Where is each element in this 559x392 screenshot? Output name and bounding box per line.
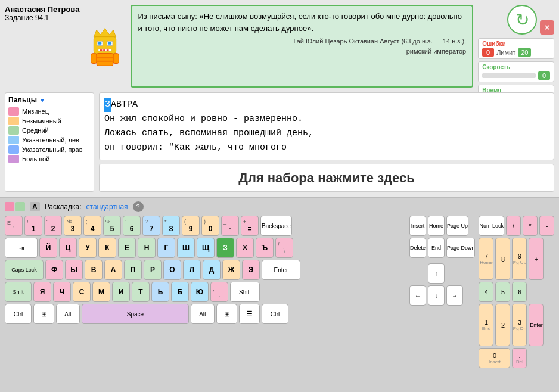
key-0[interactable]: )0 xyxy=(201,216,219,236)
finger-item-thumb: Большой xyxy=(8,154,91,164)
key-5[interactable]: %5 xyxy=(103,216,121,236)
key-ж[interactable]: Ж xyxy=(222,260,240,280)
svg-rect-4 xyxy=(98,42,102,45)
finger-item-index-left: Указательный, лев xyxy=(8,135,91,145)
key-п[interactable]: П xyxy=(124,260,142,280)
key-num5[interactable]: 5 xyxy=(495,282,510,302)
key-minus[interactable]: _- xyxy=(221,216,239,236)
key-alt-right[interactable]: Alt xyxy=(191,304,215,324)
key-tab[interactable]: ⇥ xyxy=(5,238,38,258)
key-capslock[interactable]: Caps Lock xyxy=(5,260,44,280)
key-num4[interactable]: 4 xyxy=(479,282,493,302)
key-backspace[interactable]: Backspace xyxy=(260,216,292,236)
key-р[interactable]: Р xyxy=(144,260,162,280)
cursor: З xyxy=(104,98,111,112)
key-period[interactable]: ,. xyxy=(210,282,228,302)
key-ю[interactable]: Ю xyxy=(191,282,209,302)
key-щ[interactable]: Щ xyxy=(197,238,215,258)
key-у[interactable]: У xyxy=(79,238,97,258)
key-win-right[interactable]: ⊞ xyxy=(216,304,237,324)
key-num-plus[interactable]: + xyxy=(529,238,544,280)
key-е[interactable]: Е xyxy=(118,238,136,258)
key-3[interactable]: №3 xyxy=(64,216,82,236)
key-ч[interactable]: Ч xyxy=(53,282,71,302)
key-left[interactable]: ← xyxy=(409,285,426,306)
close-button[interactable]: × xyxy=(540,20,554,35)
key-num6[interactable]: 6 xyxy=(512,282,527,302)
key-end[interactable]: End xyxy=(428,238,445,258)
key-9[interactable]: (9 xyxy=(182,216,200,236)
key-slash[interactable]: /\ xyxy=(275,238,293,258)
key-и[interactable]: И xyxy=(112,282,130,302)
key-right[interactable]: → xyxy=(446,285,463,306)
key-num-dot[interactable]: .Del xyxy=(512,348,527,368)
key-menu[interactable]: ☰ xyxy=(239,304,260,324)
key-delete[interactable]: Delete xyxy=(409,238,426,258)
typing-area[interactable]: Для набора нажмите здесь xyxy=(99,164,554,192)
key-к[interactable]: К xyxy=(98,238,116,258)
key-ctrl-right[interactable]: Ctrl xyxy=(262,304,288,324)
fingers-dropdown[interactable]: ▼ xyxy=(39,97,45,104)
key-1[interactable]: !1 xyxy=(24,216,42,236)
key-num2[interactable]: 2 xyxy=(495,304,510,346)
key-ь[interactable]: Ь xyxy=(151,282,169,302)
key-num1[interactable]: 1End xyxy=(479,304,493,346)
key-б[interactable]: Б xyxy=(171,282,189,302)
key-ы[interactable]: Ы xyxy=(65,260,83,280)
key-з[interactable]: З xyxy=(216,238,234,258)
key-num-star[interactable]: * xyxy=(523,216,538,236)
key-insert[interactable]: Insert xyxy=(409,216,426,236)
key-ц[interactable]: Ц xyxy=(59,238,77,258)
key-л[interactable]: Л xyxy=(183,260,201,280)
help-button[interactable]: ? xyxy=(133,201,144,212)
key-pageup[interactable]: Page Up xyxy=(446,216,468,236)
key-num9[interactable]: 9Pg Up xyxy=(512,238,527,280)
key-win-left[interactable]: ⊞ xyxy=(33,304,54,324)
key-н[interactable]: Н xyxy=(138,238,156,258)
key-ш[interactable]: Ш xyxy=(177,238,195,258)
key-num8[interactable]: 8 xyxy=(495,238,510,280)
key-т[interactable]: Т xyxy=(132,282,150,302)
key-6[interactable]: :6 xyxy=(123,216,141,236)
key-space[interactable]: Space xyxy=(82,304,189,324)
layout-name-link[interactable]: стандартная xyxy=(86,203,128,211)
key-num0[interactable]: 0Insert xyxy=(479,348,510,368)
key-8[interactable]: *8 xyxy=(162,216,180,236)
key-enter[interactable]: Enter xyxy=(262,260,300,280)
key-backtick[interactable]: Ё` xyxy=(5,216,23,236)
key-м[interactable]: М xyxy=(92,282,110,302)
key-д[interactable]: Д xyxy=(203,260,221,280)
key-я[interactable]: Я xyxy=(33,282,51,302)
key-pagedown[interactable]: Page Down xyxy=(446,238,476,258)
key-home[interactable]: Home xyxy=(428,216,445,236)
key-num-enter[interactable]: Enter xyxy=(529,304,544,346)
key-num-slash[interactable]: / xyxy=(506,216,521,236)
key-alt-left[interactable]: Alt xyxy=(56,304,80,324)
key-down[interactable]: ↓ xyxy=(428,285,445,306)
key-7[interactable]: ?7 xyxy=(142,216,160,236)
key-х[interactable]: Х xyxy=(236,238,254,258)
key-г[interactable]: Г xyxy=(157,238,175,258)
key-num7[interactable]: 7Home xyxy=(479,238,493,280)
key-2[interactable]: "2 xyxy=(44,216,62,236)
key-numlock[interactable]: Num Lock xyxy=(479,216,504,236)
key-о[interactable]: О xyxy=(163,260,181,280)
key-ctrl-left[interactable]: Ctrl xyxy=(5,304,32,324)
key-num-minus[interactable]: - xyxy=(539,216,554,236)
key-ф[interactable]: Ф xyxy=(45,260,63,280)
key-в[interactable]: В xyxy=(85,260,103,280)
key-num3[interactable]: 3Pg Dn xyxy=(512,304,527,346)
key-4[interactable]: ;4 xyxy=(83,216,101,236)
key-й[interactable]: Й xyxy=(39,238,57,258)
key-shift-left[interactable]: Shift xyxy=(5,282,32,302)
user-name: Анастасия Петрова xyxy=(5,5,79,14)
key-ъ[interactable]: Ъ xyxy=(256,238,274,258)
key-equals[interactable]: += xyxy=(241,216,259,236)
key-а[interactable]: А xyxy=(104,260,122,280)
reload-button[interactable]: ↻ xyxy=(507,5,537,35)
key-up[interactable]: ↑ xyxy=(428,263,445,284)
key-э[interactable]: Э xyxy=(242,260,260,280)
key-shift-right[interactable]: Shift xyxy=(230,282,260,302)
quote-author: Гай Юлий Цезарь Октавиан Август (63 до н… xyxy=(138,36,466,56)
key-с[interactable]: С xyxy=(73,282,91,302)
